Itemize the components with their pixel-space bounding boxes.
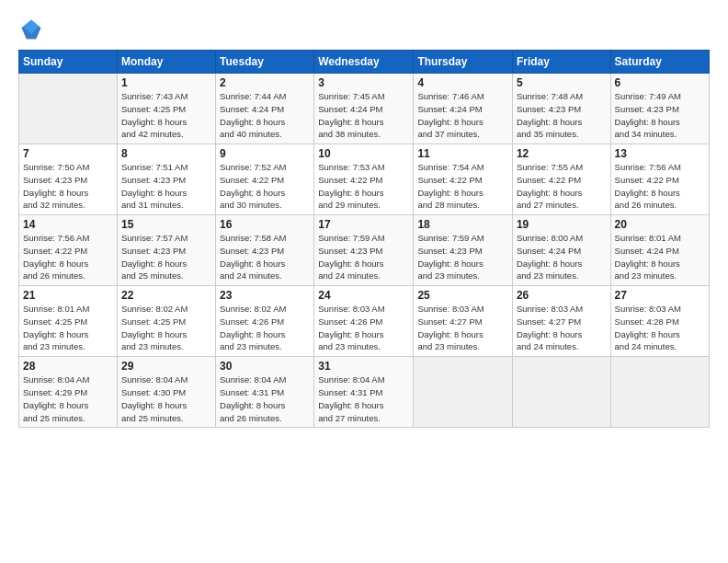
calendar-cell: 2Sunrise: 7:44 AMSunset: 4:24 PMDaylight…	[216, 74, 314, 144]
day-number: 22	[121, 289, 211, 302]
calendar-cell	[19, 74, 118, 144]
day-number: 8	[121, 147, 211, 160]
day-number: 5	[517, 76, 607, 89]
calendar-cell: 5Sunrise: 7:48 AMSunset: 4:23 PMDaylight…	[512, 74, 610, 144]
calendar-cell: 18Sunrise: 7:59 AMSunset: 4:23 PMDayligh…	[414, 215, 513, 286]
day-number: 13	[615, 147, 705, 160]
day-info: Sunrise: 7:44 AMSunset: 4:24 PMDaylight:…	[220, 90, 310, 141]
calendar-cell: 11Sunrise: 7:54 AMSunset: 4:22 PMDayligh…	[414, 144, 513, 215]
calendar-week-row: 1Sunrise: 7:43 AMSunset: 4:25 PMDaylight…	[19, 74, 710, 144]
calendar-cell: 15Sunrise: 7:57 AMSunset: 4:23 PMDayligh…	[117, 215, 215, 286]
day-number: 11	[417, 147, 508, 160]
day-info: Sunrise: 7:59 AMSunset: 4:23 PMDaylight:…	[417, 232, 508, 282]
day-number: 9	[220, 147, 310, 160]
day-number: 6	[615, 76, 705, 89]
day-info: Sunrise: 7:43 AMSunset: 4:25 PMDaylight:…	[121, 90, 211, 141]
day-number: 19	[517, 218, 607, 231]
weekday-header: Saturday	[610, 51, 709, 74]
day-number: 29	[121, 360, 211, 373]
calendar-cell: 8Sunrise: 7:51 AMSunset: 4:23 PMDaylight…	[117, 144, 215, 215]
calendar-cell: 17Sunrise: 7:59 AMSunset: 4:23 PMDayligh…	[314, 215, 414, 286]
day-number: 18	[417, 218, 508, 231]
day-number: 15	[121, 218, 211, 231]
day-info: Sunrise: 8:04 AMSunset: 4:30 PMDaylight:…	[121, 373, 211, 424]
calendar: SundayMondayTuesdayWednesdayThursdayFrid…	[18, 50, 710, 428]
page-header	[18, 17, 710, 42]
day-info: Sunrise: 7:45 AMSunset: 4:24 PMDaylight:…	[318, 90, 409, 141]
day-info: Sunrise: 7:54 AMSunset: 4:22 PMDaylight:…	[417, 161, 508, 212]
day-info: Sunrise: 7:58 AMSunset: 4:23 PMDaylight:…	[220, 232, 310, 282]
day-info: Sunrise: 7:57 AMSunset: 4:23 PMDaylight:…	[121, 232, 211, 282]
calendar-cell: 21Sunrise: 8:01 AMSunset: 4:25 PMDayligh…	[19, 286, 118, 357]
day-info: Sunrise: 7:48 AMSunset: 4:23 PMDaylight:…	[517, 90, 607, 141]
day-number: 25	[417, 289, 508, 302]
calendar-cell: 7Sunrise: 7:50 AMSunset: 4:23 PMDaylight…	[19, 144, 118, 215]
day-info: Sunrise: 7:50 AMSunset: 4:23 PMDaylight:…	[23, 161, 113, 212]
day-info: Sunrise: 8:02 AMSunset: 4:26 PMDaylight:…	[220, 303, 310, 353]
day-info: Sunrise: 7:53 AMSunset: 4:22 PMDaylight:…	[318, 161, 409, 212]
calendar-cell: 31Sunrise: 8:04 AMSunset: 4:31 PMDayligh…	[314, 357, 414, 428]
calendar-week-row: 21Sunrise: 8:01 AMSunset: 4:25 PMDayligh…	[19, 286, 710, 357]
calendar-cell	[414, 357, 513, 428]
calendar-cell: 20Sunrise: 8:01 AMSunset: 4:24 PMDayligh…	[610, 215, 709, 286]
day-info: Sunrise: 7:46 AMSunset: 4:24 PMDaylight:…	[417, 90, 508, 141]
weekday-header: Monday	[117, 51, 215, 74]
day-number: 14	[23, 218, 113, 231]
day-number: 31	[318, 360, 409, 373]
calendar-cell: 25Sunrise: 8:03 AMSunset: 4:27 PMDayligh…	[414, 286, 513, 357]
calendar-cell: 30Sunrise: 8:04 AMSunset: 4:31 PMDayligh…	[216, 357, 314, 428]
day-number: 3	[318, 76, 409, 89]
day-info: Sunrise: 8:03 AMSunset: 4:26 PMDaylight:…	[318, 303, 409, 353]
day-number: 12	[517, 147, 607, 160]
calendar-cell: 4Sunrise: 7:46 AMSunset: 4:24 PMDaylight…	[414, 74, 513, 144]
day-number: 23	[220, 289, 310, 302]
day-info: Sunrise: 8:01 AMSunset: 4:24 PMDaylight:…	[615, 232, 705, 282]
calendar-cell: 13Sunrise: 7:56 AMSunset: 4:22 PMDayligh…	[610, 144, 709, 215]
day-number: 21	[23, 289, 113, 302]
logo-icon	[18, 17, 44, 42]
calendar-cell: 6Sunrise: 7:49 AMSunset: 4:23 PMDaylight…	[610, 74, 709, 144]
day-number: 27	[615, 289, 705, 302]
day-number: 1	[121, 76, 211, 89]
calendar-cell: 9Sunrise: 7:52 AMSunset: 4:22 PMDaylight…	[216, 144, 314, 215]
calendar-cell: 24Sunrise: 8:03 AMSunset: 4:26 PMDayligh…	[314, 286, 414, 357]
logo	[18, 17, 48, 42]
weekday-header: Wednesday	[314, 51, 414, 74]
day-number: 17	[318, 218, 409, 231]
calendar-cell	[512, 357, 610, 428]
weekday-header: Friday	[512, 51, 610, 74]
day-info: Sunrise: 8:04 AMSunset: 4:31 PMDaylight:…	[318, 373, 409, 424]
day-number: 26	[517, 289, 607, 302]
day-info: Sunrise: 8:02 AMSunset: 4:25 PMDaylight:…	[121, 303, 211, 353]
day-info: Sunrise: 8:03 AMSunset: 4:27 PMDaylight:…	[517, 303, 607, 353]
day-number: 24	[318, 289, 409, 302]
calendar-week-row: 14Sunrise: 7:56 AMSunset: 4:22 PMDayligh…	[19, 215, 710, 286]
weekday-header: Thursday	[414, 51, 513, 74]
calendar-cell: 10Sunrise: 7:53 AMSunset: 4:22 PMDayligh…	[314, 144, 414, 215]
weekday-header: Sunday	[19, 51, 118, 74]
calendar-cell: 27Sunrise: 8:03 AMSunset: 4:28 PMDayligh…	[610, 286, 709, 357]
day-info: Sunrise: 7:59 AMSunset: 4:23 PMDaylight:…	[318, 232, 409, 282]
day-number: 28	[23, 360, 113, 373]
calendar-week-row: 7Sunrise: 7:50 AMSunset: 4:23 PMDaylight…	[19, 144, 710, 215]
calendar-cell: 23Sunrise: 8:02 AMSunset: 4:26 PMDayligh…	[216, 286, 314, 357]
calendar-cell: 22Sunrise: 8:02 AMSunset: 4:25 PMDayligh…	[117, 286, 215, 357]
day-info: Sunrise: 8:03 AMSunset: 4:28 PMDaylight:…	[615, 303, 705, 353]
day-info: Sunrise: 8:01 AMSunset: 4:25 PMDaylight:…	[23, 303, 113, 353]
day-info: Sunrise: 7:55 AMSunset: 4:22 PMDaylight:…	[517, 161, 607, 212]
calendar-cell: 1Sunrise: 7:43 AMSunset: 4:25 PMDaylight…	[117, 74, 215, 144]
day-number: 30	[220, 360, 310, 373]
weekday-header: Tuesday	[216, 51, 314, 74]
calendar-cell	[610, 357, 709, 428]
day-info: Sunrise: 7:52 AMSunset: 4:22 PMDaylight:…	[220, 161, 310, 212]
day-info: Sunrise: 7:56 AMSunset: 4:22 PMDaylight:…	[23, 232, 113, 282]
day-info: Sunrise: 8:00 AMSunset: 4:24 PMDaylight:…	[517, 232, 607, 282]
calendar-cell: 29Sunrise: 8:04 AMSunset: 4:30 PMDayligh…	[117, 357, 215, 428]
calendar-cell: 16Sunrise: 7:58 AMSunset: 4:23 PMDayligh…	[216, 215, 314, 286]
day-info: Sunrise: 7:56 AMSunset: 4:22 PMDaylight:…	[615, 161, 705, 212]
day-info: Sunrise: 7:51 AMSunset: 4:23 PMDaylight:…	[121, 161, 211, 212]
calendar-cell: 12Sunrise: 7:55 AMSunset: 4:22 PMDayligh…	[512, 144, 610, 215]
calendar-cell: 14Sunrise: 7:56 AMSunset: 4:22 PMDayligh…	[19, 215, 118, 286]
calendar-cell: 28Sunrise: 8:04 AMSunset: 4:29 PMDayligh…	[19, 357, 118, 428]
day-number: 10	[318, 147, 409, 160]
